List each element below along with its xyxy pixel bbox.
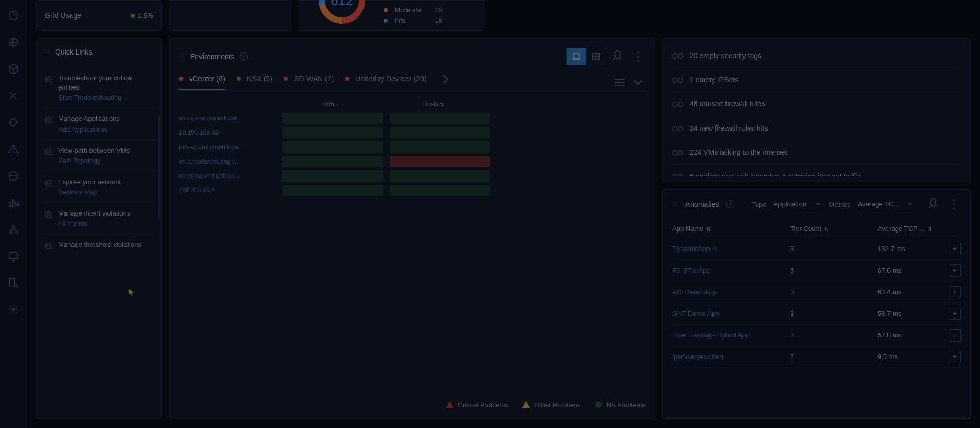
donut-legend-info[interactable]: Info 18 bbox=[384, 17, 442, 24]
svg-rect-6 bbox=[15, 231, 17, 234]
more-icon[interactable] bbox=[947, 197, 961, 211]
env-name-link[interactable]: 10.196.164.40 bbox=[179, 129, 279, 136]
quick-link-action[interactable]: Start Troubleshooting bbox=[58, 94, 154, 101]
vms-bar[interactable] bbox=[282, 141, 383, 153]
svg-point-28 bbox=[47, 245, 50, 247]
env-table-header: VMs↑ Hosts⇅ bbox=[179, 98, 645, 111]
drag-handle-icon[interactable] bbox=[672, 201, 678, 208]
env-tab[interactable]: NSX (5) bbox=[237, 75, 273, 90]
expand-button[interactable]: + bbox=[949, 264, 961, 277]
svg-point-58 bbox=[676, 203, 677, 204]
env-name-link[interactable]: vc-b.nsxtonaci.eng.v... bbox=[179, 158, 279, 165]
hosts-bar[interactable] bbox=[390, 127, 490, 138]
donut-legend-moderate[interactable]: Moderate 29 bbox=[384, 7, 442, 14]
insights-panel: 20 empty security tags 1 empty IPSets 48… bbox=[662, 38, 971, 182]
target-icon[interactable] bbox=[7, 116, 20, 129]
list-icon[interactable] bbox=[612, 75, 627, 90]
quick-links-scrollbar[interactable] bbox=[158, 116, 160, 219]
anomaly-app-link[interactable]: DynamicApp-A bbox=[672, 245, 790, 253]
anomaly-row: F5_3TierApp 3 67.6 ms + bbox=[672, 260, 961, 281]
env-tab[interactable]: vCenter (6) bbox=[179, 75, 225, 90]
anomaly-tier: 3 bbox=[790, 310, 878, 317]
type-select[interactable]: Application bbox=[771, 198, 822, 210]
metrics-select[interactable]: Average TC... bbox=[855, 198, 914, 210]
environments-tabs: vCenter (6)NSX (5)SD-WAN (1)Underlay Dev… bbox=[179, 75, 645, 91]
col-app-name[interactable]: App Name ⇅ bbox=[672, 225, 790, 233]
anomaly-app-link[interactable]: F5_3TierApp bbox=[672, 266, 790, 274]
hosts-bar[interactable] bbox=[390, 141, 490, 153]
network-icon[interactable] bbox=[7, 223, 20, 236]
quick-link-action[interactable]: Path Topology bbox=[58, 157, 130, 165]
insight-row[interactable]: 6 applications with incoming & outgoing … bbox=[672, 165, 961, 176]
insight-row[interactable]: 1 empty IPSets bbox=[672, 68, 961, 92]
insight-row[interactable]: 224 VMs talking to the internet bbox=[672, 140, 961, 165]
gear-icon[interactable] bbox=[7, 304, 20, 316]
monitor-icon[interactable] bbox=[7, 250, 20, 262]
vms-bar[interactable] bbox=[282, 156, 383, 167]
gauge-icon[interactable] bbox=[7, 9, 20, 22]
svg-point-16 bbox=[48, 51, 49, 52]
quick-link-action[interactable]: Network Map bbox=[58, 188, 121, 196]
insight-row[interactable]: 20 empty security tags bbox=[672, 44, 961, 68]
expand-button[interactable]: + bbox=[949, 351, 961, 363]
world-icon[interactable] bbox=[7, 170, 20, 182]
expand-button[interactable]: + bbox=[949, 243, 961, 255]
doc-search-icon[interactable] bbox=[7, 277, 20, 289]
hosts-bar[interactable] bbox=[390, 170, 490, 182]
anomaly-app-link[interactable]: ACI Demo App bbox=[672, 288, 790, 296]
expand-button[interactable]: + bbox=[949, 329, 961, 342]
pin-icon[interactable] bbox=[927, 197, 941, 211]
chart-search-icon[interactable] bbox=[7, 197, 20, 209]
svg-point-34 bbox=[183, 56, 184, 57]
hosts-bar[interactable] bbox=[390, 156, 490, 167]
view-table-button[interactable] bbox=[586, 48, 606, 65]
quick-link-action[interactable]: Add Applications bbox=[58, 126, 120, 133]
col-tier-count[interactable]: Tier Count ⇅ bbox=[790, 225, 878, 233]
expand-button[interactable]: + bbox=[949, 308, 961, 320]
globe-icon[interactable] bbox=[7, 36, 20, 48]
info-icon[interactable]: i bbox=[726, 200, 734, 208]
pin-icon[interactable] bbox=[611, 49, 626, 64]
hosts-bar[interactable] bbox=[390, 113, 490, 124]
svg-point-14 bbox=[48, 52, 49, 53]
view-chart-button[interactable] bbox=[567, 48, 586, 65]
anomaly-app-link[interactable]: iperf-server-client bbox=[672, 353, 790, 361]
hosts-bar[interactable] bbox=[390, 185, 490, 196]
quick-link-action[interactable]: All Intents bbox=[58, 220, 130, 227]
cube-icon[interactable] bbox=[7, 63, 20, 75]
vms-bar[interactable] bbox=[282, 113, 383, 124]
insight-row[interactable]: 48 unused firewall rules bbox=[672, 92, 961, 116]
svg-point-47 bbox=[673, 127, 677, 131]
col-avg-tcp[interactable]: Average TCP ... ⇅ bbox=[878, 225, 946, 233]
vms-bar[interactable] bbox=[282, 170, 383, 182]
alert-icon[interactable] bbox=[7, 143, 20, 155]
col-hosts[interactable]: Hosts⇅ bbox=[382, 101, 485, 108]
tools-icon[interactable] bbox=[7, 90, 20, 102]
quick-link-label: Explore your network bbox=[58, 177, 121, 187]
env-tab[interactable]: SD-WAN (1) bbox=[284, 75, 334, 90]
type-label: Type bbox=[752, 201, 766, 208]
info-icon[interactable]: i bbox=[240, 52, 248, 61]
target-icon bbox=[44, 147, 53, 156]
svg-point-33 bbox=[180, 56, 181, 57]
env-row: pks-vc.vrni.cmbu.local bbox=[179, 140, 645, 154]
more-icon[interactable] bbox=[631, 49, 645, 64]
env-name-link[interactable]: vc-emea.vrni.cmbu.l... bbox=[179, 172, 279, 180]
expand-button[interactable]: + bbox=[949, 286, 961, 298]
vms-bar[interactable] bbox=[282, 127, 383, 138]
anomaly-app-link[interactable]: GNT Demo App bbox=[672, 310, 790, 317]
drag-handle-icon[interactable] bbox=[179, 53, 185, 61]
anomaly-app-link[interactable]: Hive Training - Hybrid App bbox=[672, 331, 790, 339]
env-tab[interactable]: Underlay Devices (29) bbox=[345, 75, 427, 90]
chevron-down-icon[interactable] bbox=[631, 75, 645, 90]
vms-bar[interactable] bbox=[282, 185, 383, 196]
tabs-next-icon[interactable] bbox=[438, 75, 452, 90]
grid-usage-value: 1.6% bbox=[131, 12, 153, 20]
anomaly-avg: 58.7 ms bbox=[878, 310, 949, 317]
insight-row[interactable]: 34 new firewall rules hits bbox=[672, 116, 961, 140]
env-name-link[interactable]: pks-vc.vrni.cmbu.local bbox=[179, 144, 279, 151]
env-name-link[interactable]: vc-us.vrni.cmbu.local bbox=[179, 115, 279, 122]
col-vms[interactable]: VMs↑ bbox=[279, 101, 382, 108]
drag-handle-icon[interactable] bbox=[44, 48, 50, 56]
env-name-link[interactable]: 200.200.99.4 bbox=[179, 187, 279, 194]
